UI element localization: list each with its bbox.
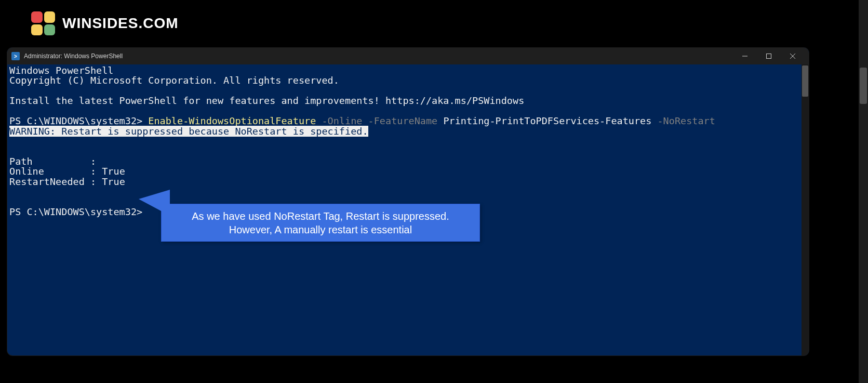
callout-line: As we have used NoRestart Tag, Restart i…: [192, 209, 449, 223]
output-line: Path :: [9, 156, 807, 166]
terminal-line: Copyright (C) Microsoft Corporation. All…: [9, 75, 807, 85]
cmd-param: -Online: [316, 115, 368, 126]
window-titlebar[interactable]: > Administrator: Windows PowerShell: [7, 48, 809, 64]
powershell-window: > Administrator: Windows PowerShell Wind…: [7, 48, 809, 355]
cmd-param: -FeatureName: [368, 115, 444, 126]
terminal-line: Install the latest PowerShell for new fe…: [9, 96, 807, 105]
minimize-button[interactable]: [733, 48, 757, 64]
scrollbar-thumb[interactable]: [802, 65, 808, 97]
output-line: RestartNeeded : True: [9, 177, 807, 187]
svg-rect-1: [767, 54, 771, 59]
output-line: Online : True: [9, 166, 807, 176]
terminal-line: Windows PowerShell: [9, 65, 807, 75]
prompt-text: PS C:\WINDOWS\system32>: [9, 115, 148, 126]
close-button[interactable]: [781, 48, 805, 64]
terminal-line: [9, 187, 807, 196]
branding-text: WINSIDES.COM: [62, 15, 179, 32]
cmd-arg: Printing-PrintToPDFServices-Features: [443, 115, 651, 126]
terminal-line: [9, 106, 807, 116]
terminal-line: [9, 86, 807, 96]
powershell-icon: >: [11, 52, 20, 60]
terminal-body[interactable]: Windows PowerShellCopyright (C) Microsof…: [7, 64, 809, 355]
cmd-param: -NoRestart: [651, 115, 715, 126]
page-scrollbar-thumb[interactable]: [860, 68, 867, 104]
page-scrollbar[interactable]: [859, 0, 868, 383]
warning-line: WARNING: Restart is suppressed because N…: [9, 126, 807, 136]
terminal-command-line: PS C:\WINDOWS\system32> Enable-WindowsOp…: [9, 116, 807, 126]
terminal-line: [9, 136, 807, 146]
terminal-scrollbar[interactable]: [802, 64, 809, 355]
maximize-button[interactable]: [757, 48, 781, 64]
annotation-callout: As we have used NoRestart Tag, Restart i…: [161, 204, 480, 242]
window-controls: [733, 48, 805, 64]
window-title: Administrator: Windows PowerShell: [24, 52, 123, 60]
winsides-logo-icon: [31, 11, 55, 35]
terminal-line: [9, 146, 807, 156]
callout-line: However, A manually restart is essential: [229, 223, 412, 236]
cmdlet-name: Enable-WindowsOptionalFeature: [148, 115, 316, 126]
branding-header: WINSIDES.COM: [0, 0, 868, 47]
